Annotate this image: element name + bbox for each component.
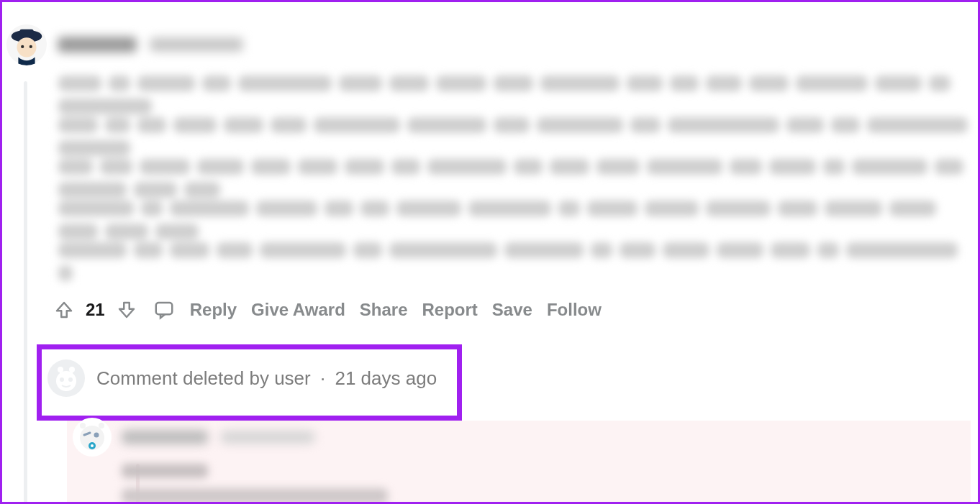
svg-point-3 [17, 37, 36, 57]
username-blurred [122, 430, 208, 444]
save-button[interactable]: Save [492, 300, 532, 320]
svg-point-20 [91, 444, 94, 447]
svg-rect-10 [60, 370, 61, 375]
username-blurred [58, 37, 137, 52]
give-award-button[interactable]: Give Award [251, 300, 345, 320]
comment-body-blurred [58, 75, 971, 281]
report-button[interactable]: Report [422, 300, 478, 320]
deleted-label: Comment deleted by user [96, 367, 311, 389]
svg-rect-6 [155, 303, 172, 314]
svg-rect-11 [71, 370, 73, 375]
timestamp-blurred [221, 431, 314, 444]
svg-point-18 [94, 433, 99, 438]
svg-point-4 [21, 45, 24, 48]
avatar[interactable] [6, 24, 47, 65]
follow-button[interactable]: Follow [547, 300, 602, 320]
comment-icon[interactable] [153, 298, 176, 321]
timestamp-blurred [150, 37, 243, 52]
deleted-timestamp: 21 days ago [335, 367, 437, 389]
svg-point-16 [80, 423, 86, 429]
svg-point-12 [60, 377, 64, 382]
separator-dot: · [320, 367, 325, 389]
svg-point-17 [99, 423, 104, 429]
svg-point-13 [68, 377, 73, 382]
highlight-box: Comment deleted by user · 21 days ago [37, 344, 462, 421]
deleted-comment-row: Comment deleted by user · 21 days ago [37, 344, 971, 421]
reply-body-blurred [122, 464, 963, 504]
svg-point-5 [30, 45, 32, 48]
share-button[interactable]: Share [360, 300, 408, 320]
comment-actions: 21 Reply Give Award Share Report Save Fo… [53, 298, 971, 321]
comment-thread: 21 Reply Give Award Share Report Save Fo… [9, 24, 971, 504]
thread-rail[interactable] [24, 81, 27, 504]
svg-point-7 [56, 371, 76, 391]
comment: 21 Reply Give Award Share Report Save Fo… [9, 24, 971, 321]
downvote-icon[interactable] [115, 298, 138, 321]
upvote-icon[interactable] [53, 298, 76, 321]
deleted-avatar-icon [47, 359, 85, 397]
avatar[interactable] [73, 418, 112, 457]
svg-rect-2 [19, 29, 33, 37]
nested-reply: 16 Reply Give Award Share Report Save Fo… [67, 421, 971, 504]
score: 21 [86, 300, 105, 320]
reply-button[interactable]: Reply [190, 300, 237, 320]
